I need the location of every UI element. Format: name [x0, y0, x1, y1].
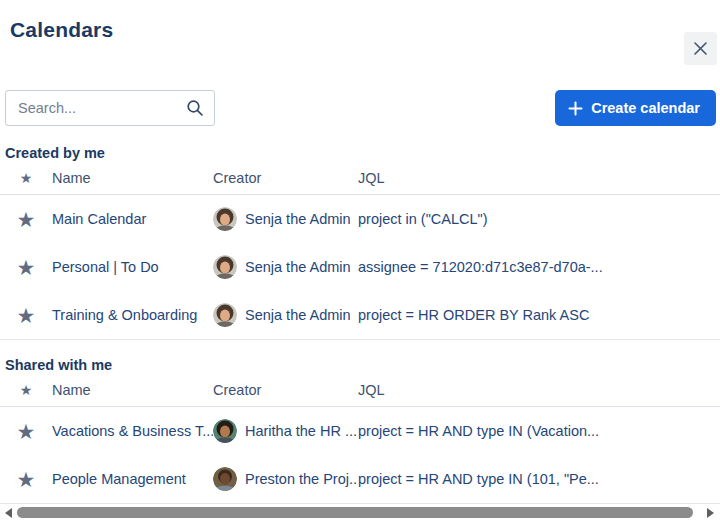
calendars-dialog: Calendars Create calendar Created by me …: [0, 18, 720, 520]
avatar: [213, 303, 237, 327]
table-header-row: ★ Name Creator JQL: [0, 162, 720, 195]
favorite-star-icon[interactable]: ★: [17, 421, 36, 442]
column-header-jql: JQL: [358, 170, 720, 186]
close-button[interactable]: [684, 32, 717, 65]
calendar-name: Main Calendar: [52, 211, 213, 227]
create-calendar-label: Create calendar: [591, 100, 700, 116]
creator-name: Senja the Admin: [245, 307, 351, 323]
favorite-star-icon[interactable]: ★: [17, 305, 36, 326]
column-header-jql: JQL: [358, 382, 720, 398]
search-input[interactable]: [5, 90, 215, 126]
toolbar: Create calendar: [5, 90, 716, 126]
table-row[interactable]: ★ Training & Onboarding Senja the Admin …: [0, 291, 720, 339]
create-calendar-button[interactable]: Create calendar: [555, 90, 716, 126]
jql-text: project = HR AND type IN (101, "Pe...: [358, 471, 720, 487]
column-header-creator: Creator: [213, 382, 358, 398]
column-header-creator: Creator: [213, 170, 358, 186]
jql-text: project in ("CALCL"): [358, 211, 720, 227]
section-heading-shared-with-me: Shared with me: [5, 356, 720, 374]
dialog-header: Calendars: [0, 18, 720, 62]
scrollbar-thumb[interactable]: [17, 507, 693, 518]
table-row[interactable]: ★ Vacations & Business T... Haritha the …: [0, 407, 720, 455]
dialog-title: Calendars: [10, 18, 720, 42]
table-row[interactable]: ★ Personal | To Do Senja the Admin assig…: [0, 243, 720, 291]
shared-with-me-table: ★ Name Creator JQL ★ Vacations & Busines…: [0, 374, 720, 504]
creator-name: Haritha the HR ...: [245, 423, 357, 439]
jql-text: assignee = 712020:d71c3e87-d70a-...: [358, 259, 720, 275]
created-by-me-table: ★ Name Creator JQL ★ Main Calendar Senja…: [0, 162, 720, 340]
close-icon: [693, 41, 708, 56]
avatar: [213, 255, 237, 279]
star-column-icon: ★: [20, 171, 33, 185]
table-row[interactable]: ★ People Management Preston the Proj... …: [0, 455, 720, 503]
favorite-star-icon[interactable]: ★: [17, 209, 36, 230]
column-header-name: Name: [52, 382, 213, 398]
search-box: [5, 90, 215, 126]
avatar: [213, 207, 237, 231]
avatar: [213, 467, 237, 491]
column-header-name: Name: [52, 170, 213, 186]
calendar-name: Personal | To Do: [52, 259, 213, 275]
calendar-name: Vacations & Business T...: [52, 423, 213, 439]
plus-icon: [568, 101, 583, 116]
creator-name: Senja the Admin: [245, 211, 351, 227]
table-header-row: ★ Name Creator JQL: [0, 374, 720, 407]
calendar-name: People Management: [52, 471, 213, 487]
creator-name: Preston the Proj...: [245, 471, 358, 487]
favorite-star-icon[interactable]: ★: [17, 469, 36, 490]
calendar-name: Training & Onboarding: [52, 307, 213, 323]
creator-name: Senja the Admin: [245, 259, 351, 275]
scroll-right-arrow-icon[interactable]: [707, 508, 714, 518]
table-row[interactable]: ★ Main Calendar Senja the Admin project …: [0, 195, 720, 243]
favorite-star-icon[interactable]: ★: [17, 257, 36, 278]
section-heading-created-by-me: Created by me: [5, 144, 720, 162]
scroll-left-arrow-icon[interactable]: [5, 508, 12, 518]
jql-text: project = HR ORDER BY Rank ASC: [358, 307, 720, 323]
jql-text: project = HR AND type IN (Vacation...: [358, 423, 720, 439]
star-column-icon: ★: [20, 383, 33, 397]
horizontal-scrollbar[interactable]: [0, 506, 720, 520]
avatar: [213, 419, 237, 443]
